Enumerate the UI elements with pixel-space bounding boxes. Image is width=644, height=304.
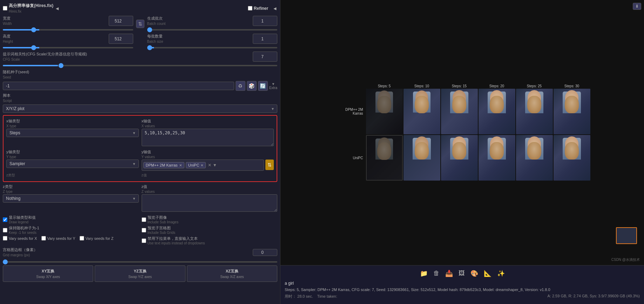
z-type-select-wrapper: Nothing Steps Sampler CFG Scale	[3, 194, 139, 203]
height-slider[interactable]	[3, 47, 133, 48]
refiner-checkbox[interactable]	[248, 6, 252, 11]
vary-x-checkbox[interactable]	[3, 236, 7, 241]
z-values-input[interactable]	[142, 194, 278, 212]
download-btn[interactable]: 📥	[444, 268, 454, 279]
grid-img-1-0[interactable]	[366, 135, 403, 181]
grid-img-0-0[interactable]	[366, 89, 403, 134]
grid-img-0-5[interactable]	[554, 89, 590, 134]
grid-margins-slider[interactable]	[3, 261, 277, 263]
extra-toggle[interactable]: ▼ Extra	[269, 82, 277, 90]
refiner-label: Refiner	[254, 6, 268, 11]
image-btn[interactable]: 🖼	[457, 268, 466, 279]
include-sub-images-label[interactable]: 预览子图像 Include Sub Images	[142, 215, 278, 224]
vary-z-label[interactable]: Vary seeds for Z	[80, 236, 114, 241]
paint-btn[interactable]: 🎨	[469, 268, 480, 279]
seed-dice-btn[interactable]: 🎲	[247, 81, 257, 91]
x-values-col: x轴值 X values 5,10,15,20,25,30	[142, 119, 274, 147]
x-values-label: x轴值 X values	[142, 119, 274, 128]
y-values-label: y轴值 Y values	[142, 149, 274, 159]
y-tag-1: UniPC ✕	[186, 162, 206, 168]
selected-thumbnail[interactable]	[616, 227, 637, 244]
width-slider[interactable]	[3, 29, 133, 31]
grid-header-3: Steps: 20	[479, 84, 515, 88]
batch-size-input[interactable]	[253, 34, 277, 44]
hires-fix-label: 高分辨率修复(Hires.fix) Hires.fix	[9, 3, 53, 14]
options-two-col: 显示轴类型和值 Draw legend 保持随机种子为-1 Keep -1 fo…	[3, 215, 277, 245]
include-sub-images-checkbox[interactable]	[142, 217, 146, 222]
trash-btn[interactable]: 🗑	[432, 268, 441, 279]
y-tags-container: DPM++ 2M Karras ✕ UniPC ✕ ✕ ▼	[142, 160, 264, 171]
y-tags-add-btn[interactable]: ✕ ▼	[207, 162, 217, 168]
height-input[interactable]	[109, 34, 133, 44]
vary-y-checkbox[interactable]	[41, 236, 46, 241]
include-sub-grids-label[interactable]: 预览子宫格图 Include Sub Grids	[142, 225, 278, 235]
height-batchsize-row: 高度 Height 每批数量 Batch size	[3, 34, 277, 49]
swap-xy-btn[interactable]: XY互换 Swap X/Y axes	[3, 265, 93, 282]
grid-img-1-1[interactable]	[404, 135, 440, 181]
grid-row-label-0: DPM++ 2M Karras	[334, 108, 365, 115]
grid-header-5: Steps: 30	[554, 84, 590, 88]
refiner-collapse-btn[interactable]: ◄	[272, 6, 277, 11]
info-text: Steps: 5, Sampler: DPM++ 2M Karras, CFG …	[285, 287, 640, 292]
seed-input[interactable]	[3, 82, 234, 90]
thumbnail-area	[616, 227, 637, 244]
batch-count-group: 生成批次 Batch count	[147, 16, 278, 32]
z-values-partial: z值	[142, 173, 274, 178]
z-type-select[interactable]: Nothing Steps Sampler CFG Scale	[3, 194, 139, 203]
width-input[interactable]	[109, 16, 133, 26]
seed-recycle-btn[interactable]: ♻	[236, 81, 245, 91]
height-label: 高度 Height	[3, 34, 13, 44]
measure-btn[interactable]: 📐	[482, 268, 493, 279]
grid-img-0-1[interactable]	[404, 89, 440, 134]
swap-yz-btn[interactable]: YZ互换 Swap Y/Z axes	[95, 265, 185, 282]
draw-legend-label[interactable]: 显示轴类型和值 Draw legend	[3, 215, 139, 224]
draw-legend-checkbox[interactable]	[3, 217, 7, 222]
y-tag-0-remove[interactable]: ✕	[179, 163, 182, 167]
use-text-inputs-label[interactable]: 禁用下拉菜单，直接输入文本 Use text inputs instead of…	[142, 236, 278, 245]
include-sub-grids-checkbox[interactable]	[142, 228, 146, 232]
vary-y-label[interactable]: Vary seeds for Y	[41, 236, 75, 241]
cfg-scale-slider[interactable]	[3, 65, 277, 66]
y-values-swap-btn[interactable]: ⇅	[265, 160, 274, 170]
batch-count-input[interactable]	[253, 16, 277, 26]
keep-minus1-checkbox[interactable]	[3, 228, 7, 232]
hires-fix-checkbox[interactable]	[3, 6, 7, 11]
z-type-partial: z类型	[6, 173, 139, 178]
grid-img-0-4[interactable]	[516, 89, 553, 134]
batch-count-slider[interactable]	[147, 29, 278, 31]
cfg-scale-input[interactable]	[253, 52, 277, 62]
x-type-select[interactable]: Steps Sampler CFG Scale Seed Nothing	[6, 129, 139, 137]
time-label: 用时： 28.0 sec. Time taken:	[285, 294, 337, 299]
keep-minus1-label[interactable]: 保持随机种子为-1 Keep -1 for seeds	[3, 225, 139, 235]
width-height-swap-btn[interactable]: ⇅	[136, 20, 144, 28]
height-group: 高度 Height	[3, 34, 133, 49]
grid-img-0-2[interactable]	[441, 89, 478, 134]
z-values-full-label: z值 Z values	[142, 184, 278, 194]
swap-xz-btn[interactable]: XZ互换 Swap X/Z axes	[187, 265, 277, 282]
width-label: 宽度 Width	[3, 16, 12, 26]
star-btn[interactable]: ✨	[496, 268, 506, 279]
folder-btn[interactable]: 📁	[419, 268, 429, 279]
grid-img-1-3[interactable]	[479, 135, 515, 181]
grid-header-2: Steps: 15	[441, 84, 478, 88]
hires-fix-collapse-btn[interactable]: ◄	[55, 6, 60, 11]
grid-row-0: DPM++ 2M Karras	[334, 89, 590, 134]
grid-img-1-2[interactable]	[441, 135, 478, 181]
use-text-inputs-checkbox[interactable]	[142, 238, 146, 243]
grid-img-1-4[interactable]	[516, 135, 553, 181]
y-type-select[interactable]: Sampler Steps CFG Scale Seed Nothing	[6, 160, 139, 168]
grid-img-0-3[interactable]	[479, 89, 515, 134]
seed-refresh-btn[interactable]: 🔄	[258, 81, 268, 91]
y-tag-1-remove[interactable]: ✕	[201, 163, 203, 167]
minimize-btn[interactable]: ⬇	[633, 3, 641, 10]
cfg-scale-label: 提示词相关性(CFG Scale/无分类器信息引导规模) CFG Scale	[3, 52, 87, 62]
grid-margins-input[interactable]	[253, 249, 277, 256]
options-left-col: 显示轴类型和值 Draw legend 保持随机种子为-1 Keep -1 fo…	[3, 215, 139, 242]
script-select[interactable]: X/Y/Z plot	[3, 104, 277, 113]
grid-header-0: Steps: 5	[366, 84, 403, 88]
x-values-input[interactable]: 5,10,15,20,25,30	[142, 129, 274, 146]
grid-img-1-5[interactable]	[554, 135, 590, 181]
vary-z-checkbox[interactable]	[80, 236, 84, 241]
batch-size-slider[interactable]	[147, 47, 278, 48]
vary-x-label[interactable]: Vary seeds for X	[3, 236, 37, 241]
